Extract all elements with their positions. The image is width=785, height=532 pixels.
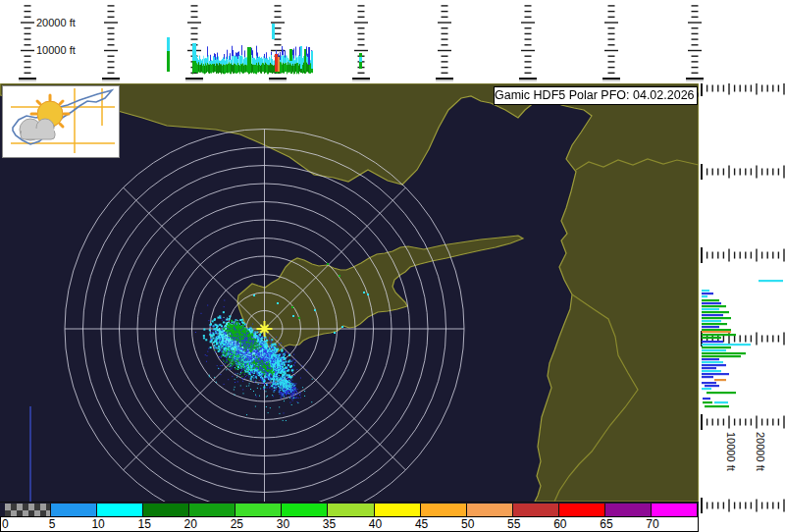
- colorbar-segment-30: [282, 504, 328, 517]
- top-cross-section-panel: 20000 ft 10000 ft: [0, 0, 785, 83]
- colorbar-segment-65: [605, 504, 652, 517]
- colorbar-value-label: 15: [138, 517, 151, 531]
- colorbar-value-label: 20: [184, 517, 197, 531]
- colorbar-value-label: 60: [553, 517, 566, 531]
- right-cross-section-panel: 10000 ft 20000 ft: [699, 83, 785, 532]
- colorbar-value-label: 55: [507, 517, 520, 531]
- colorbar-value-label: 5: [49, 517, 56, 531]
- colorbar-segment-40: [375, 504, 421, 517]
- colorbar-segment-70: [652, 504, 698, 517]
- reflectivity-colorbar: [0, 502, 699, 516]
- colorbar-segment-60: [559, 504, 605, 517]
- top-cross-section-plot: [0, 0, 785, 83]
- colorbar-value-label: 50: [461, 517, 474, 531]
- altitude-label-20000ft-vertical: 20000 ft: [755, 432, 766, 471]
- colorbar-value-label: 35: [323, 517, 336, 531]
- colorbar-segment-50: [467, 504, 513, 517]
- radar-product-title: Gamic HDF5 Polar PFO: 04.02.2026 01:59: [494, 86, 698, 105]
- altitude-label-10000ft: 10000 ft: [36, 44, 76, 56]
- colorbar-value-label: 30: [277, 517, 289, 531]
- radar-map-viewport[interactable]: Gamic HDF5 Polar PFO: 04.02.2026 01:59: [0, 83, 699, 502]
- colorbar-value-label: 25: [231, 517, 243, 531]
- colorbar-segment-45: [421, 504, 467, 517]
- logo-graphic: [3, 86, 117, 155]
- cloud-icon: [20, 119, 55, 140]
- altitude-label-20000ft: 20000 ft: [36, 17, 76, 28]
- colorbar-value-label: 10: [91, 517, 104, 531]
- colorbar-value-label: 0: [2, 517, 9, 531]
- colorbar-value-label: 65: [600, 517, 612, 531]
- colorbar-segment-10: [97, 504, 143, 517]
- colorbar-segment-25: [236, 504, 282, 517]
- colorbar-value-label: 45: [415, 517, 428, 531]
- colorbar-segment-55: [513, 504, 559, 517]
- colorbar-segment-0: [5, 504, 51, 517]
- colorbar-value-label: 70: [646, 517, 658, 531]
- met-service-logo: [2, 85, 120, 158]
- colorbar-segment-35: [328, 504, 374, 517]
- colorbar-segment-15: [143, 504, 189, 517]
- colorbar-value-label: 40: [369, 517, 382, 531]
- colorbar-segment-5: [51, 504, 97, 517]
- altitude-label-10000ft-vertical: 10000 ft: [725, 432, 737, 471]
- colorbar-segment-20: [189, 504, 236, 517]
- colorbar-scale-labels: 0510152025303540455055606570: [0, 516, 699, 532]
- right-cross-section-plot: [699, 83, 785, 532]
